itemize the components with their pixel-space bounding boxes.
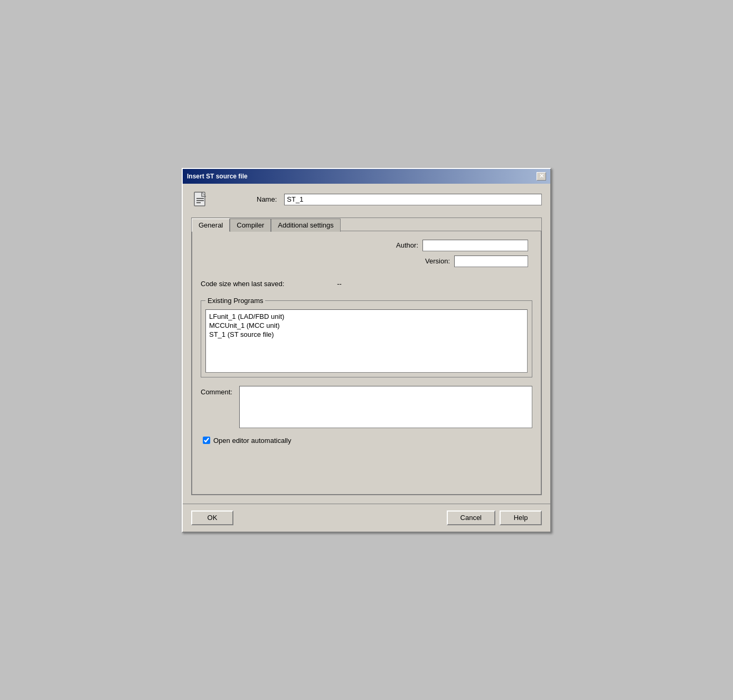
tab-additional-settings[interactable]: Additional settings — [271, 219, 341, 232]
program-item-1[interactable]: MCCUnit_1 (MCC unit) — [208, 321, 525, 330]
programs-list[interactable]: LFunit_1 (LAD/FBD unit) MCCUnit_1 (MCC u… — [205, 309, 528, 373]
dialog-content: Name: General Compiler Additional settin… — [183, 184, 550, 504]
button-row: OK Cancel Help — [183, 504, 550, 532]
ok-button[interactable]: OK — [191, 510, 233, 525]
tabs-row: General Compiler Additional settings — [192, 218, 541, 231]
file-icon — [191, 190, 210, 209]
code-size-label: Code size when last saved: — [201, 280, 284, 288]
name-row: Name: — [191, 190, 542, 209]
comment-row: Comment: — [201, 386, 532, 428]
version-label: Version: — [418, 257, 450, 265]
version-input[interactable] — [454, 256, 528, 267]
checkbox-row: Open editor automatically — [201, 434, 532, 447]
program-item-2[interactable]: ST_1 (ST source file) — [208, 330, 525, 339]
tab-general[interactable]: General — [192, 219, 230, 232]
author-row: Author: — [387, 240, 528, 251]
comment-textarea[interactable] — [239, 386, 532, 428]
author-version-section: Author: Version: — [201, 240, 532, 271]
program-item-0[interactable]: LFunit_1 (LAD/FBD unit) — [208, 312, 525, 321]
help-button[interactable]: Help — [500, 510, 542, 525]
code-size-value: -- — [337, 280, 342, 288]
code-size-row: Code size when last saved: -- — [201, 280, 532, 288]
name-input[interactable] — [284, 194, 542, 205]
cancel-button[interactable]: Cancel — [447, 510, 495, 525]
open-editor-label[interactable]: Open editor automatically — [213, 437, 291, 444]
title-bar: Insert ST source file ✕ — [183, 169, 550, 184]
name-label: Name: — [257, 195, 277, 203]
version-row: Version: — [418, 256, 528, 267]
open-editor-checkbox[interactable] — [203, 437, 210, 444]
tab-compiler[interactable]: Compiler — [230, 219, 271, 232]
comment-label: Comment: — [201, 386, 235, 396]
existing-programs-legend: Existing Programs — [205, 297, 265, 305]
close-button[interactable]: ✕ — [537, 172, 546, 181]
dialog-title: Insert ST source file — [187, 173, 248, 180]
existing-programs-group: Existing Programs LFunit_1 (LAD/FBD unit… — [201, 300, 532, 377]
insert-st-dialog: Insert ST source file ✕ Name: Gene — [182, 168, 551, 533]
author-input[interactable] — [422, 240, 528, 251]
tab-content-general: Author: Version: Code size when last sav… — [192, 231, 541, 495]
tabs-container: General Compiler Additional settings Aut… — [191, 217, 542, 495]
author-label: Author: — [387, 241, 418, 249]
